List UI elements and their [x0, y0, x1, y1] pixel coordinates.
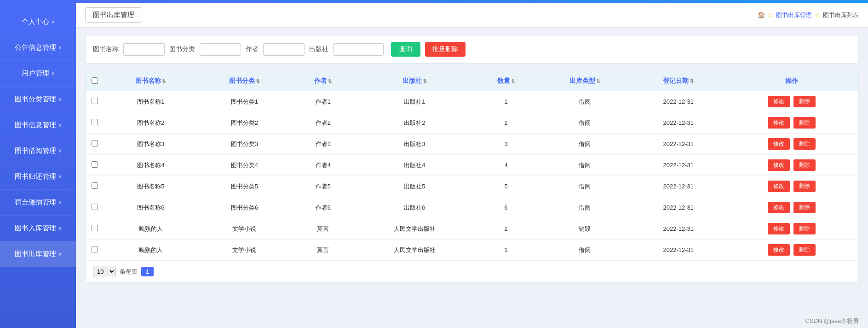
breadcrumb-link-1[interactable]: 图书出库管理	[776, 11, 812, 19]
sidebar-item-book-info[interactable]: 图书信息管理 ∨	[0, 112, 76, 138]
sidebar-item-personal-center[interactable]: 个人中心 ∨	[0, 9, 76, 35]
data-table-container: 图书名称⇅ 图书分类⇅ 作者⇅ 出版社⇅ 数量⇅ 出库类型⇅ 登记日期⇅ 操作 …	[85, 71, 859, 282]
row-book-category: 图书分类2	[198, 112, 292, 134]
delete-button-5[interactable]: 删除	[793, 202, 816, 213]
row-author: 作者4	[291, 155, 355, 176]
sort-icon-author[interactable]: ⇅	[328, 78, 332, 84]
delete-button-2[interactable]: 删除	[793, 138, 816, 150]
row-quantity: 4	[474, 155, 538, 176]
sidebar-item-notice-management[interactable]: 公告信息管理 ∨	[0, 35, 76, 61]
row-action: 修改 删除	[725, 197, 858, 218]
edit-button-5[interactable]: 修改	[768, 202, 790, 213]
breadcrumb-link-2: 图书出库列表	[823, 11, 859, 19]
delete-button-6[interactable]: 删除	[793, 223, 816, 234]
sort-icon-outstock-type[interactable]: ⇅	[596, 78, 600, 84]
publisher-label: 出版社	[309, 45, 328, 53]
sidebar-item-book-borrow[interactable]: 图书借阅管理 ∨	[0, 138, 76, 164]
delete-button-4[interactable]: 删除	[793, 181, 816, 192]
header-action: 操作	[725, 71, 858, 91]
delete-button-3[interactable]: 删除	[793, 159, 816, 171]
row-book-name: 图书名称2	[104, 112, 198, 134]
row-publisher: 出版社2	[355, 112, 474, 134]
book-name-input[interactable]	[123, 43, 165, 56]
chevron-down-icon: ∨	[58, 174, 62, 180]
sidebar-item-label: 罚金缴纳管理	[15, 198, 56, 207]
sidebar-item-label: 图书分类管理	[15, 95, 56, 104]
edit-button-4[interactable]: 修改	[768, 181, 790, 192]
row-publisher: 人民文学出版社	[355, 240, 474, 261]
row-checkbox-1[interactable]	[92, 119, 98, 125]
header-register-date: 登记日期⇅	[632, 71, 725, 91]
delete-button-1[interactable]: 删除	[793, 117, 816, 129]
edit-button-0[interactable]: 修改	[768, 96, 790, 107]
row-register-date: 2022-12-31	[632, 112, 725, 134]
sidebar-item-user-management[interactable]: 用户管理 ∨	[0, 61, 76, 87]
chevron-down-icon: ∨	[58, 225, 62, 231]
sidebar-item-book-category[interactable]: 图书分类管理 ∨	[0, 87, 76, 112]
sort-icon-book-category[interactable]: ⇅	[256, 78, 260, 84]
sidebar-item-label: 图书出库管理	[15, 250, 56, 258]
edit-button-7[interactable]: 修改	[768, 244, 790, 256]
sidebar-item-label: 个人中心	[22, 18, 49, 26]
publisher-input[interactable]	[333, 43, 384, 56]
row-checkbox-2[interactable]	[92, 140, 98, 146]
row-publisher: 出版社3	[355, 134, 474, 155]
page-size-label: 条每页	[120, 268, 138, 276]
row-checkbox-cell	[86, 155, 104, 176]
row-quantity: 5	[474, 176, 538, 197]
delete-button-0[interactable]: 删除	[793, 96, 816, 107]
author-input[interactable]	[263, 43, 305, 56]
row-book-name: 图书名称4	[104, 155, 198, 176]
chevron-down-icon: ∨	[58, 45, 62, 51]
row-register-date: 2022-12-31	[632, 134, 725, 155]
row-quantity: 2	[474, 112, 538, 134]
page-size-select[interactable]: 10 20 50	[93, 266, 116, 277]
table-row: 晚熟的人 文学小说 莫言 人民文学出版社 1 借阅 2022-12-31 修改 …	[86, 240, 858, 261]
row-register-date: 2022-12-31	[632, 197, 725, 218]
row-author: 作者1	[291, 91, 355, 112]
row-author: 作者2	[291, 112, 355, 134]
row-author: 莫言	[291, 240, 355, 261]
sidebar-item-book-outstock[interactable]: 图书出库管理 ∨	[0, 241, 76, 267]
table-row: 图书名称1 图书分类1 作者1 出版社1 1 借阅 2022-12-31 修改 …	[86, 91, 858, 112]
row-book-category: 图书分类1	[198, 91, 292, 112]
chevron-down-icon: ∨	[58, 251, 62, 257]
edit-button-2[interactable]: 修改	[768, 138, 790, 150]
table-row: 图书名称2 图书分类2 作者2 出版社2 2 借阅 2022-12-31 修改 …	[86, 112, 858, 134]
row-checkbox-3[interactable]	[92, 161, 98, 168]
row-checkbox-7[interactable]	[92, 246, 98, 252]
row-checkbox-0[interactable]	[92, 98, 98, 104]
batch-delete-button[interactable]: 批量删除	[425, 42, 466, 57]
sort-icon-quantity[interactable]: ⇅	[511, 78, 515, 84]
sidebar-item-fine-management[interactable]: 罚金缴纳管理 ∨	[0, 190, 76, 216]
chevron-down-icon: ∨	[58, 148, 62, 154]
book-category-input[interactable]	[200, 43, 241, 56]
select-all-checkbox[interactable]	[92, 77, 98, 84]
sidebar-item-book-return[interactable]: 图书归还管理 ∨	[0, 164, 76, 190]
table-row: 图书名称6 图书分类6 作者6 出版社6 6 借阅 2022-12-31 修改 …	[86, 197, 858, 218]
edit-button-6[interactable]: 修改	[768, 223, 790, 234]
topbar: 图书出库管理 🏠 ☆ 图书出库管理 ☆ 图书出库列表	[76, 3, 868, 28]
sidebar-item-book-instock[interactable]: 图书入库管理 ∨	[0, 216, 76, 241]
delete-button-7[interactable]: 删除	[793, 244, 816, 256]
row-book-category: 文学小说	[198, 240, 292, 261]
row-checkbox-4[interactable]	[92, 182, 98, 189]
row-book-name: 图书名称3	[104, 134, 198, 155]
current-page-number[interactable]: 1	[141, 267, 154, 276]
edit-button-3[interactable]: 修改	[768, 159, 790, 171]
row-quantity: 2	[474, 218, 538, 240]
sort-icon-register-date[interactable]: ⇅	[690, 78, 694, 84]
query-button[interactable]: 查询	[391, 42, 420, 57]
book-category-label: 图书分类	[169, 45, 195, 53]
row-book-name: 晚熟的人	[104, 218, 198, 240]
row-checkbox-6[interactable]	[92, 225, 98, 231]
sort-icon-publisher[interactable]: ⇅	[423, 78, 427, 84]
row-checkbox-5[interactable]	[92, 204, 98, 210]
edit-button-1[interactable]: 修改	[768, 117, 790, 129]
table-header-row: 图书名称⇅ 图书分类⇅ 作者⇅ 出版社⇅ 数量⇅ 出库类型⇅ 登记日期⇅ 操作	[86, 71, 858, 91]
row-book-category: 图书分类3	[198, 134, 292, 155]
search-bar: 图书名称 图书分类 作者 出版社 查询 批量删除	[85, 35, 859, 64]
chevron-down-icon: ∨	[58, 122, 62, 128]
sort-icon-book-name[interactable]: ⇅	[162, 78, 166, 84]
row-register-date: 2022-12-31	[632, 155, 725, 176]
